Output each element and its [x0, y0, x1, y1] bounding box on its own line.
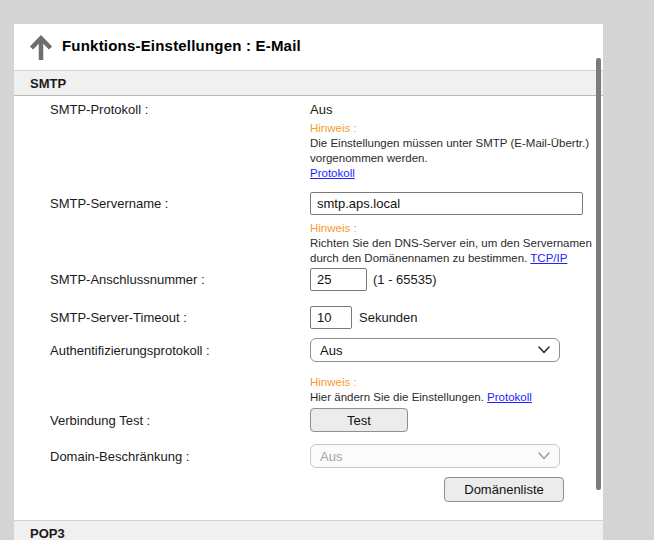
chevron-down-icon	[538, 346, 550, 354]
smtp-server-input[interactable]	[310, 192, 583, 215]
back-up-arrow-icon[interactable]	[29, 35, 53, 61]
smtp-port-range: (1 - 65535)	[373, 272, 437, 287]
smtp-protocol-value: Aus	[310, 102, 332, 117]
page-header: Funktions-Einstellungen : E-Mail	[14, 24, 603, 70]
smtp-protocol-label: SMTP-Protokoll :	[50, 102, 148, 117]
hint-text-line1: Die Einstellungen müssen unter SMTP (E-M…	[310, 136, 589, 151]
protocol-link[interactable]: Protokoll	[310, 167, 355, 179]
auth-protocol-label: Authentifizierungsprotokoll :	[50, 343, 210, 358]
domain-restriction-selected-value: Aus	[320, 449, 342, 464]
smtp-timeout-label: SMTP-Server-Timeout :	[50, 310, 187, 325]
protocol-link[interactable]: Protokoll	[487, 391, 532, 403]
hint-text: Hier ändern Sie die Einstellungen.	[310, 391, 484, 403]
section-header-smtp: SMTP	[14, 70, 603, 96]
smtp-port-input[interactable]	[310, 268, 367, 291]
smtp-server-label: SMTP-Servername :	[50, 196, 168, 211]
auth-protocol-select[interactable]: Aus	[310, 338, 560, 362]
domain-restriction-select: Aus	[310, 444, 560, 468]
settings-panel: Funktions-Einstellungen : E-Mail SMTP SM…	[14, 24, 603, 540]
hint-text-line2: durch den Domänennamen zu bestimmen.	[310, 252, 527, 264]
hint-title: Hinweis :	[310, 221, 592, 236]
hint-title: Hinweis :	[310, 121, 589, 136]
connection-test-label: Verbindung Test :	[50, 413, 150, 428]
section-header-pop3: POP3	[14, 520, 603, 540]
smtp-timeout-unit: Sekunden	[359, 310, 418, 325]
auth-protocol-hint: Hinweis : Hier ändern Sie die Einstellun…	[310, 375, 532, 405]
smtp-timeout-input[interactable]	[310, 306, 352, 329]
chevron-down-icon	[538, 452, 550, 460]
smtp-server-hint: Hinweis : Richten Sie den DNS-Server ein…	[310, 221, 592, 266]
page-title: Funktions-Einstellungen : E-Mail	[62, 37, 301, 54]
smtp-protocol-hint: Hinweis : Die Einstellungen müssen unter…	[310, 121, 589, 181]
test-button[interactable]: Test	[310, 408, 408, 432]
tcpip-link[interactable]: TCP/IP	[530, 252, 567, 264]
page-background: { "page": { "title": "Funktions-Einstell…	[0, 0, 654, 540]
hint-title: Hinweis :	[310, 375, 532, 390]
auth-protocol-selected-value: Aus	[320, 343, 342, 358]
smtp-port-label: SMTP-Anschlussnummer :	[50, 272, 205, 287]
hint-text-line1: Richten Sie den DNS-Server ein, um den S…	[310, 236, 592, 251]
hint-text-line2: vorgenommen werden.	[310, 151, 589, 166]
vertical-scrollbar-thumb[interactable]	[596, 58, 601, 490]
domain-list-button[interactable]: Domänenliste	[444, 477, 564, 502]
domain-restriction-label: Domain-Beschränkung :	[50, 449, 189, 464]
